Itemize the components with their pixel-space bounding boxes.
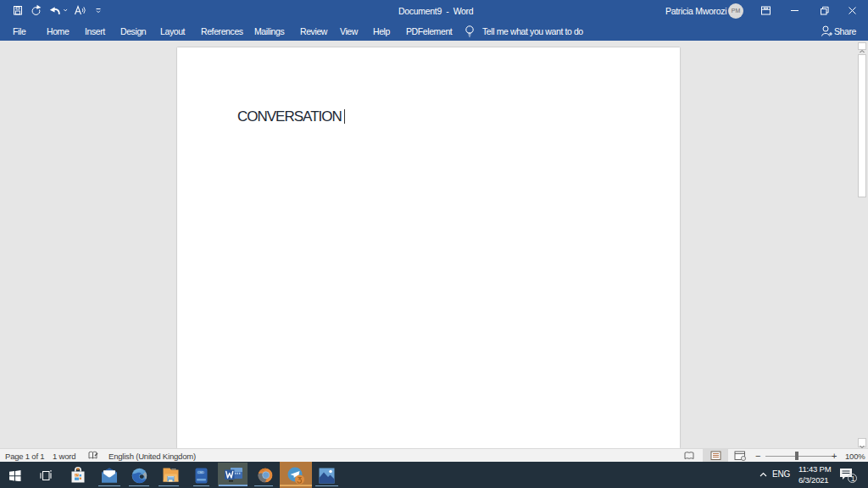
svg-text:1: 1	[851, 474, 855, 483]
svg-text:CMD: CMD	[198, 471, 204, 474]
